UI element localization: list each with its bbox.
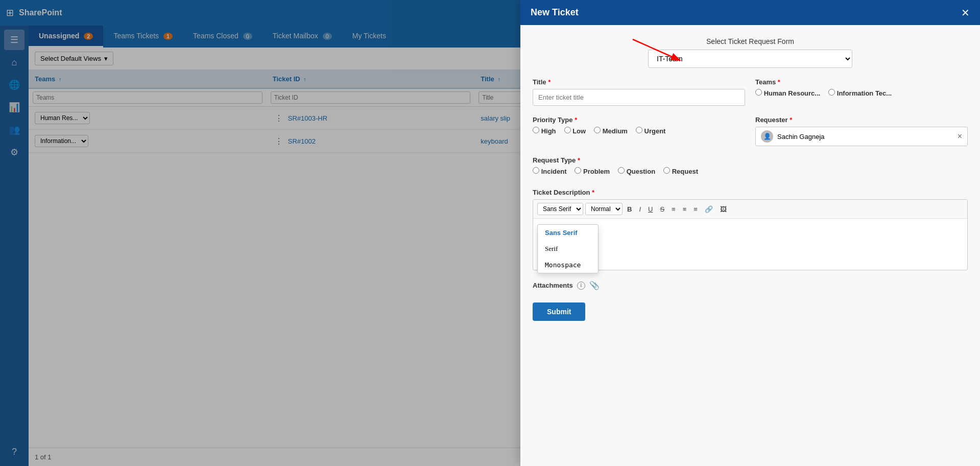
priority-label: Priority Type * — [533, 116, 745, 124]
requester-field-box: 👤 Sachin Gagneja × — [755, 127, 968, 146]
request-type-label: Request Type * — [533, 156, 745, 164]
team-radio-it[interactable] — [828, 89, 835, 96]
requester-avatar: 👤 — [761, 130, 773, 143]
attachments-row: Attachments i 📎 — [533, 281, 968, 290]
request-type-question[interactable]: Question — [618, 167, 655, 175]
title-label: Title * — [533, 78, 745, 86]
priority-required: * — [575, 116, 577, 124]
editor-ordered-list-button[interactable]: ≡ — [669, 204, 678, 215]
panel-body: Select Ticket Request Form IT-Team — [520, 25, 980, 466]
request-type-incident[interactable]: Incident — [533, 167, 566, 175]
request-type-required: * — [578, 156, 580, 164]
request-radio-incident[interactable] — [533, 167, 539, 174]
request-type-options: Incident Problem Question Request — [533, 167, 745, 178]
field-priority: Priority Type * High Low Medium — [533, 116, 745, 146]
team-option-it[interactable]: Information Tec... — [828, 89, 892, 97]
attachment-icon[interactable]: 📎 — [589, 281, 600, 290]
editor-italic-button[interactable]: I — [636, 204, 643, 215]
select-form-section: Select Ticket Request Form IT-Team — [533, 37, 968, 68]
requester-required: * — [790, 116, 792, 124]
font-selector-wrap: Sans Serif Sans Serif Serif Monospace — [537, 203, 583, 215]
teams-options: Human Resourc... Information Tec... — [755, 89, 968, 100]
priority-high[interactable]: High — [533, 127, 556, 135]
requester-remove-button[interactable]: × — [958, 132, 962, 141]
description-required: * — [592, 189, 594, 196]
editor-indent-button[interactable]: ≡ — [691, 204, 700, 215]
editor-wrap: Sans Serif Sans Serif Serif Monospace No… — [533, 199, 968, 270]
editor-underline-button[interactable]: U — [646, 204, 655, 215]
info-icon[interactable]: i — [577, 282, 585, 290]
request-type-request[interactable]: Request — [663, 167, 698, 175]
request-radio-request[interactable] — [663, 167, 670, 174]
font-option-serif[interactable]: Serif — [538, 241, 598, 257]
priority-radio-high[interactable] — [533, 127, 539, 133]
requester-name: Sachin Gagneja — [777, 133, 953, 141]
field-request-type: Request Type * Incident Problem Question — [533, 156, 745, 178]
size-selector[interactable]: Normal — [585, 203, 623, 215]
new-ticket-panel: New Ticket ✕ Select Ticket Request Form … — [520, 0, 980, 466]
request-type-problem[interactable]: Problem — [575, 167, 610, 175]
teams-label: Teams * — [755, 78, 968, 86]
panel-title: New Ticket — [531, 7, 579, 18]
panel-header: New Ticket ✕ — [520, 0, 980, 25]
select-form-label: Select Ticket Request Form — [533, 37, 968, 45]
panel-close-button[interactable]: ✕ — [961, 8, 970, 18]
editor-image-button[interactable]: 🖼 — [718, 204, 729, 215]
priority-urgent[interactable]: Urgent — [636, 127, 666, 135]
editor-toolbar: Sans Serif Sans Serif Serif Monospace No… — [533, 200, 967, 219]
title-input[interactable] — [533, 89, 745, 106]
editor-unordered-list-button[interactable]: ≡ — [680, 204, 689, 215]
editor-link-button[interactable]: 🔗 — [702, 204, 715, 215]
editor-bold-button[interactable]: B — [625, 204, 634, 215]
title-required: * — [548, 78, 551, 86]
priority-radio-low[interactable] — [564, 127, 571, 133]
description-section: Ticket Description * Sans Serif Sans Ser… — [533, 189, 968, 270]
description-label: Ticket Description * — [533, 189, 968, 196]
team-option-hr[interactable]: Human Resourc... — [755, 89, 820, 97]
field-title: Title * — [533, 78, 745, 106]
submit-button[interactable]: Submit — [533, 302, 585, 321]
font-dropdown: Sans Serif Serif Monospace — [537, 224, 599, 273]
team-radio-hr[interactable] — [755, 89, 762, 96]
priority-options: High Low Medium Urgent — [533, 127, 745, 138]
attachments-label: Attachments — [533, 282, 573, 289]
font-option-monospace[interactable]: Monospace — [538, 257, 598, 273]
priority-low[interactable]: Low — [564, 127, 586, 135]
priority-medium[interactable]: Medium — [594, 127, 628, 135]
priority-radio-medium[interactable] — [594, 127, 601, 133]
request-radio-problem[interactable] — [575, 167, 581, 174]
form-grid: Title * Teams * Human Resourc... — [533, 78, 968, 178]
priority-radio-urgent[interactable] — [636, 127, 642, 133]
teams-required: * — [778, 78, 780, 86]
request-radio-question[interactable] — [618, 167, 625, 174]
font-selector[interactable]: Sans Serif — [537, 203, 583, 215]
ticket-form-dropdown[interactable]: IT-Team — [648, 50, 852, 68]
field-requester: Requester * 👤 Sachin Gagneja × — [755, 116, 968, 146]
requester-label: Requester * — [755, 116, 968, 124]
editor-strikethrough-button[interactable]: S — [657, 204, 667, 215]
field-teams: Teams * Human Resourc... Information Tec… — [755, 78, 968, 106]
font-option-sans[interactable]: Sans Serif — [538, 225, 598, 241]
